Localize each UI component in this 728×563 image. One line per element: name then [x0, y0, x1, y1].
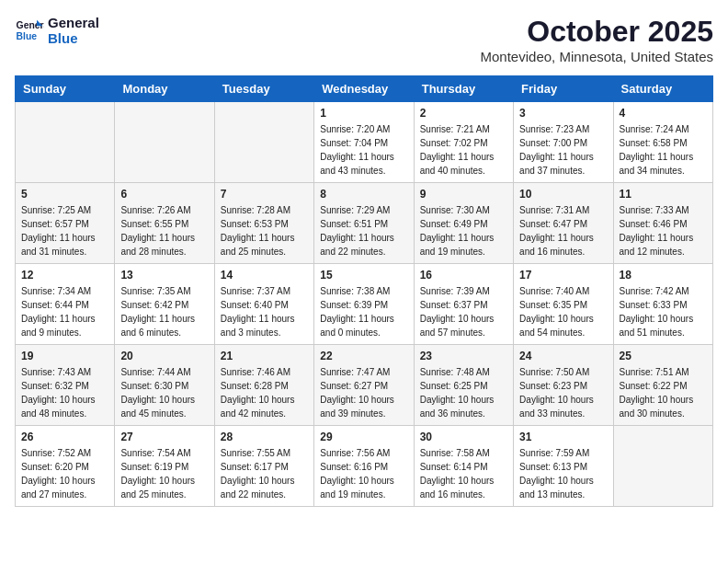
- day-cell: 30Sunrise: 7:58 AM Sunset: 6:14 PM Dayli…: [414, 426, 513, 507]
- day-number: 22: [320, 350, 407, 362]
- day-cell: 14Sunrise: 7:37 AM Sunset: 6:40 PM Dayli…: [214, 264, 313, 345]
- day-info: Sunrise: 7:42 AM Sunset: 6:33 PM Dayligh…: [620, 284, 707, 339]
- day-info: Sunrise: 7:26 AM Sunset: 6:55 PM Dayligh…: [120, 203, 208, 259]
- day-cell: 15Sunrise: 7:38 AM Sunset: 6:39 PM Dayli…: [314, 264, 414, 345]
- day-info: Sunrise: 7:20 AM Sunset: 7:04 PM Dayligh…: [320, 122, 407, 178]
- logo-text-blue: Blue: [48, 30, 99, 46]
- day-number: 17: [519, 269, 607, 282]
- day-cell: 11Sunrise: 7:33 AM Sunset: 6:46 PM Dayli…: [613, 183, 712, 264]
- day-cell: 6Sunrise: 7:26 AM Sunset: 6:55 PM Daylig…: [115, 183, 214, 264]
- week-row-2: 5Sunrise: 7:25 AM Sunset: 6:57 PM Daylig…: [16, 183, 713, 264]
- day-cell: [613, 426, 712, 507]
- month-title: October 2025: [481, 15, 713, 49]
- week-row-4: 19Sunrise: 7:43 AM Sunset: 6:32 PM Dayli…: [16, 345, 713, 426]
- day-info: Sunrise: 7:47 AM Sunset: 6:27 PM Dayligh…: [320, 365, 407, 420]
- week-row-3: 12Sunrise: 7:34 AM Sunset: 6:44 PM Dayli…: [16, 264, 713, 345]
- day-number: 23: [420, 350, 507, 362]
- day-cell: 12Sunrise: 7:34 AM Sunset: 6:44 PM Dayli…: [16, 264, 115, 345]
- day-info: Sunrise: 7:25 AM Sunset: 6:57 PM Dayligh…: [21, 203, 108, 259]
- logo-text-general: General: [48, 15, 99, 30]
- day-number: 7: [221, 188, 308, 201]
- weekday-header-thursday: Thursday: [414, 76, 513, 102]
- day-number: 2: [420, 107, 507, 120]
- day-number: 9: [420, 188, 507, 201]
- day-info: Sunrise: 7:40 AM Sunset: 6:35 PM Dayligh…: [519, 284, 607, 339]
- day-number: 14: [221, 269, 308, 282]
- day-cell: 22Sunrise: 7:47 AM Sunset: 6:27 PM Dayli…: [314, 345, 414, 426]
- day-number: 4: [620, 107, 707, 120]
- day-number: 18: [620, 269, 707, 282]
- day-info: Sunrise: 7:28 AM Sunset: 6:53 PM Dayligh…: [221, 203, 308, 259]
- day-info: Sunrise: 7:44 AM Sunset: 6:30 PM Dayligh…: [120, 365, 208, 420]
- logo: General Blue General Blue: [15, 15, 99, 47]
- day-info: Sunrise: 7:38 AM Sunset: 6:39 PM Dayligh…: [320, 284, 407, 339]
- day-number: 15: [320, 269, 407, 282]
- day-cell: 18Sunrise: 7:42 AM Sunset: 6:33 PM Dayli…: [613, 264, 712, 345]
- weekday-header-saturday: Saturday: [613, 76, 712, 102]
- day-info: Sunrise: 7:43 AM Sunset: 6:32 PM Dayligh…: [21, 365, 108, 420]
- day-number: 20: [120, 350, 208, 362]
- day-cell: 31Sunrise: 7:59 AM Sunset: 6:13 PM Dayli…: [514, 426, 613, 507]
- day-cell: 19Sunrise: 7:43 AM Sunset: 6:32 PM Dayli…: [16, 345, 115, 426]
- day-info: Sunrise: 7:46 AM Sunset: 6:28 PM Dayligh…: [221, 365, 308, 420]
- day-cell: [16, 102, 115, 183]
- day-info: Sunrise: 7:54 AM Sunset: 6:19 PM Dayligh…: [120, 446, 208, 501]
- day-cell: 7Sunrise: 7:28 AM Sunset: 6:53 PM Daylig…: [214, 183, 313, 264]
- title-section: October 2025 Montevideo, Minnesota, Unit…: [481, 15, 713, 64]
- day-number: 5: [21, 188, 108, 201]
- day-cell: 26Sunrise: 7:52 AM Sunset: 6:20 PM Dayli…: [16, 426, 115, 507]
- day-number: 3: [519, 107, 607, 120]
- day-info: Sunrise: 7:33 AM Sunset: 6:46 PM Dayligh…: [620, 203, 707, 259]
- day-cell: 23Sunrise: 7:48 AM Sunset: 6:25 PM Dayli…: [414, 345, 513, 426]
- day-number: 16: [420, 269, 507, 282]
- week-row-1: 1Sunrise: 7:20 AM Sunset: 7:04 PM Daylig…: [16, 102, 713, 183]
- weekday-header-wednesday: Wednesday: [314, 76, 414, 102]
- day-info: Sunrise: 7:50 AM Sunset: 6:23 PM Dayligh…: [519, 365, 607, 420]
- day-cell: 21Sunrise: 7:46 AM Sunset: 6:28 PM Dayli…: [214, 345, 313, 426]
- day-info: Sunrise: 7:30 AM Sunset: 6:49 PM Dayligh…: [420, 203, 507, 259]
- day-info: Sunrise: 7:31 AM Sunset: 6:47 PM Dayligh…: [519, 203, 607, 259]
- day-number: 19: [21, 350, 108, 362]
- weekday-header-row: SundayMondayTuesdayWednesdayThursdayFrid…: [16, 76, 713, 102]
- day-cell: 24Sunrise: 7:50 AM Sunset: 6:23 PM Dayli…: [514, 345, 613, 426]
- page-header: General Blue General Blue October 2025 M…: [15, 15, 713, 64]
- svg-text:Blue: Blue: [17, 31, 38, 41]
- day-cell: 13Sunrise: 7:35 AM Sunset: 6:42 PM Dayli…: [115, 264, 214, 345]
- day-info: Sunrise: 7:48 AM Sunset: 6:25 PM Dayligh…: [420, 365, 507, 420]
- calendar-table: SundayMondayTuesdayWednesdayThursdayFrid…: [15, 75, 713, 507]
- day-number: 24: [519, 350, 607, 362]
- day-number: 27: [120, 431, 208, 443]
- day-number: 25: [620, 350, 707, 362]
- day-cell: 28Sunrise: 7:55 AM Sunset: 6:17 PM Dayli…: [214, 426, 313, 507]
- day-number: 11: [620, 188, 707, 201]
- day-info: Sunrise: 7:59 AM Sunset: 6:13 PM Dayligh…: [519, 446, 607, 501]
- day-number: 6: [120, 188, 208, 201]
- day-cell: 25Sunrise: 7:51 AM Sunset: 6:22 PM Dayli…: [613, 345, 712, 426]
- weekday-header-friday: Friday: [514, 76, 613, 102]
- day-cell: 2Sunrise: 7:21 AM Sunset: 7:02 PM Daylig…: [414, 102, 513, 183]
- day-number: 13: [120, 269, 208, 282]
- day-info: Sunrise: 7:29 AM Sunset: 6:51 PM Dayligh…: [320, 203, 407, 259]
- day-number: 1: [320, 107, 407, 120]
- day-cell: 9Sunrise: 7:30 AM Sunset: 6:49 PM Daylig…: [414, 183, 513, 264]
- weekday-header-monday: Monday: [115, 76, 214, 102]
- day-cell: [115, 102, 214, 183]
- day-number: 31: [519, 431, 607, 443]
- day-number: 26: [21, 431, 108, 443]
- day-number: 12: [21, 269, 108, 282]
- day-number: 21: [221, 350, 308, 362]
- weekday-header-tuesday: Tuesday: [214, 76, 313, 102]
- weekday-header-sunday: Sunday: [16, 76, 115, 102]
- day-info: Sunrise: 7:21 AM Sunset: 7:02 PM Dayligh…: [420, 122, 507, 178]
- day-cell: 1Sunrise: 7:20 AM Sunset: 7:04 PM Daylig…: [314, 102, 414, 183]
- logo-icon: General Blue: [15, 16, 44, 45]
- day-info: Sunrise: 7:23 AM Sunset: 7:00 PM Dayligh…: [519, 122, 607, 178]
- day-cell: 4Sunrise: 7:24 AM Sunset: 6:58 PM Daylig…: [613, 102, 712, 183]
- day-cell: 10Sunrise: 7:31 AM Sunset: 6:47 PM Dayli…: [514, 183, 613, 264]
- day-info: Sunrise: 7:55 AM Sunset: 6:17 PM Dayligh…: [221, 446, 308, 501]
- day-cell: 20Sunrise: 7:44 AM Sunset: 6:30 PM Dayli…: [115, 345, 214, 426]
- day-number: 8: [320, 188, 407, 201]
- day-cell: 27Sunrise: 7:54 AM Sunset: 6:19 PM Dayli…: [115, 426, 214, 507]
- day-cell: 8Sunrise: 7:29 AM Sunset: 6:51 PM Daylig…: [314, 183, 414, 264]
- day-cell: 29Sunrise: 7:56 AM Sunset: 6:16 PM Dayli…: [314, 426, 414, 507]
